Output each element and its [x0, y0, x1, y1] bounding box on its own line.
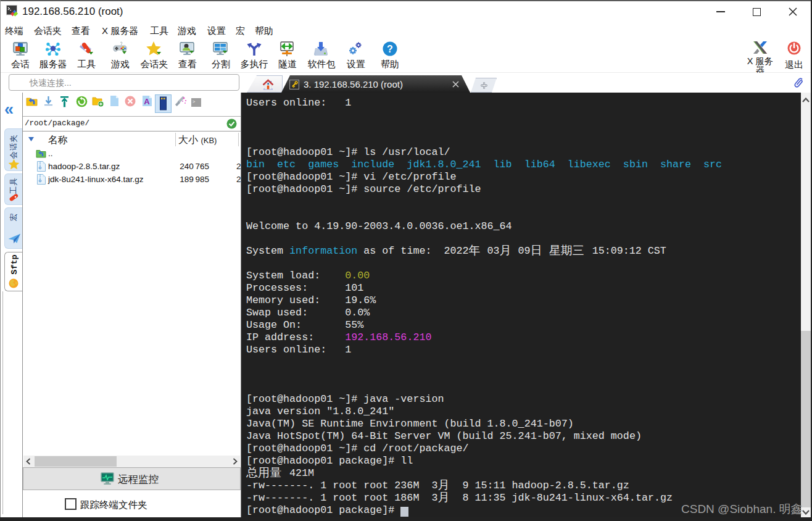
svg-text:>: >: [193, 99, 195, 104]
svg-text:A: A: [144, 97, 150, 106]
svg-text:?: ?: [387, 44, 393, 54]
